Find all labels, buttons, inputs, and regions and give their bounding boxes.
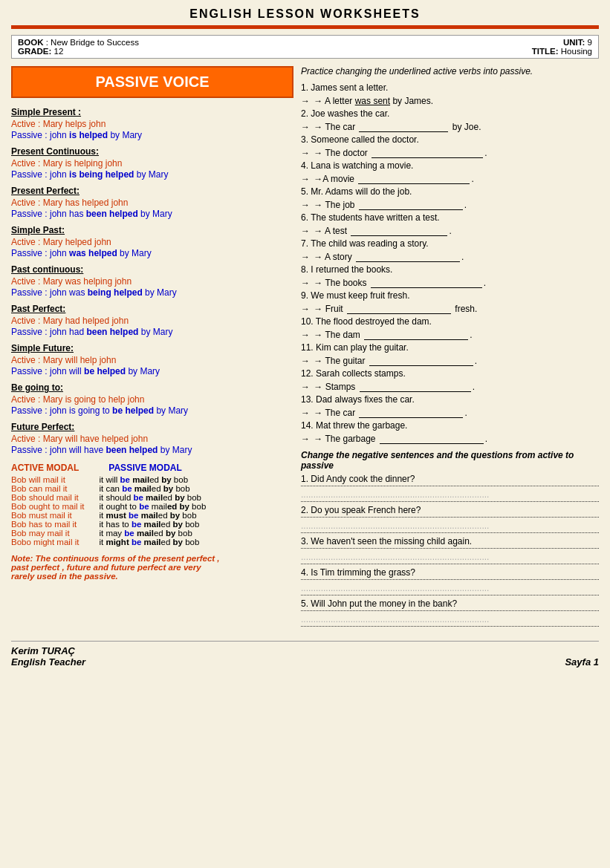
section-past-perfect: Past Perfect: Active : Mary had helped j… [11, 304, 293, 337]
section2-q3: 3. We haven't seen the missing child aga… [301, 536, 599, 549]
active-line-6: Active : Mary will help john [11, 355, 293, 365]
exercise-number-5: 5. [301, 186, 308, 197]
exercise-item-5: 5. Mr. Adams will do the job. [301, 186, 599, 197]
author-name: Kerim TURAÇ [11, 645, 85, 656]
info-bar: BOOK : New Bridge to Success GRADE: 12 U… [11, 35, 599, 59]
note-section: Note: The continuous forms of the presen… [11, 554, 293, 581]
modal-active-row-0: Bob will mail it [11, 475, 84, 484]
section-future-perfect: Future Perfect: Active : Mary will have … [11, 422, 293, 455]
exercise-number-8: 8. [301, 264, 308, 275]
passive-line-2: Passive : john has been helped by Mary [11, 209, 293, 219]
active-line-3: Active : Mary helped john [11, 237, 293, 247]
exercise-item-8: 8. I returned the books. [301, 264, 599, 275]
section-present-continuous: Present Continuous: Active : Mary is hel… [11, 146, 293, 180]
exercise-item-13: 13. Dad always fixes the car. [301, 394, 599, 405]
exercise-item-7: 7. The child was reading a story. [301, 238, 599, 249]
exercise-item-6: 6. The students have written a test. [301, 212, 599, 223]
exercise-number-4: 4. [301, 160, 308, 171]
section2-q5-answer: ........................................… [301, 614, 599, 627]
passive-line-0: Passive : john is helped by Mary [11, 130, 293, 140]
exercise-number-7: 7. [301, 238, 308, 249]
passive-line-5: Passive : john had been helped by Mary [11, 327, 293, 337]
exercise-question-10: The flood destroyed the dam. [316, 316, 432, 327]
passive-voice-box: PASSIVE VOICE [11, 66, 293, 98]
answer-line-3: → → The doctor . [301, 148, 599, 158]
section2-q5: 5. Will John put the money in the bank? [301, 598, 599, 611]
exercise-item-10: 10. The flood destroyed the dam. [301, 316, 599, 327]
answer-line-4: → →A movie . [301, 174, 599, 184]
main-content: PASSIVE VOICE Simple Present : Active : … [11, 66, 599, 630]
answer-line-13: → → The car . [301, 408, 599, 418]
left-info: BOOK : New Bridge to Success GRADE: 12 [18, 38, 139, 56]
exercise-question-6: The students have written a test. [311, 212, 439, 223]
header-divider [11, 25, 599, 29]
exercise-question-3: Someone called the doctor. [311, 134, 418, 145]
answer-line-2: → → The car by Joe. [301, 122, 599, 132]
exercise-question-9: We must keep fruit fresh. [311, 290, 409, 301]
right-info: UNIT: 9 TITLE: Housing [532, 38, 592, 56]
footer: Kerim TURAÇ English Teacher Sayfa 1 [11, 641, 599, 668]
modal-active-row-3: Bob ought to mail it [11, 502, 84, 511]
exercise-item-2: 2. Joe washes the car. [301, 108, 599, 119]
modal-active-row-4: Bob must mail it [11, 511, 84, 520]
book-info: BOOK : New Bridge to Success [18, 38, 139, 47]
page-number: Sayfa 1 [565, 656, 599, 668]
section-title-present-perfect: Present Perfect: [11, 186, 293, 196]
section-simple-past: Simple Past: Active : Mary helped john P… [11, 225, 293, 258]
exercise-item-11: 11. Kim can play the guitar. [301, 342, 599, 353]
modal-passive-row-5: it has to be mailed by bob [99, 520, 206, 529]
title-info: TITLE: Housing [532, 47, 592, 56]
active-line-0: Active : Mary helps john [11, 119, 293, 129]
section-title-past-perfect: Past Perfect: [11, 304, 293, 314]
exercise-number-1: 1. [301, 82, 308, 93]
exercise-number-13: 13. [301, 394, 314, 405]
modal-passive-row-2: it should be mailed by bob [99, 493, 206, 502]
exercise-question-12: Sarah collects stamps. [316, 368, 406, 379]
unit-info: UNIT: 9 [532, 38, 592, 47]
exercise-question-4: Lana is watching a movie. [311, 160, 413, 171]
exercise-number-14: 14. [301, 420, 314, 431]
passive-line-1: Passive : john is being helped by Mary [11, 169, 293, 180]
modal-section: ACTIVE MODAL PASSIVE MODAL Bob will mail… [11, 463, 293, 546]
answer-line-8: → → The books . [301, 278, 599, 288]
active-line-7: Active : Mary is going to help john [11, 394, 293, 405]
section2-q2-answer: ........................................… [301, 521, 599, 533]
modal-passive-row-6: it may be mailed by bob [99, 529, 206, 538]
exercise-question-7: The child was reading a story. [311, 238, 429, 249]
page-title: ENGLISH LESSON WORKSHEETS [11, 7, 599, 21]
exercise-question-8: I returned the books. [311, 264, 392, 275]
answer-line-9: → → Fruit fresh. [301, 304, 599, 314]
active-line-4: Active : Mary was helping john [11, 276, 293, 287]
answer-line-1: → → A letter was sent by James. [301, 96, 599, 106]
page: ENGLISH LESSON WORKSHEETS BOOK : New Bri… [0, 0, 610, 868]
section-be-going-to: Be going to: Active : Mary is going to h… [11, 382, 293, 416]
modal-passive-col: it will be mailed by bob it can be maile… [99, 475, 206, 546]
exercise-question-2: Joe washes the car. [311, 108, 389, 119]
section-simple-future: Simple Future: Active : Mary will help j… [11, 343, 293, 376]
modal-active-row-7: Bobo might mail it [11, 538, 84, 546]
exercise-item-9: 9. We must keep fruit fresh. [301, 290, 599, 301]
author-info: Kerim TURAÇ English Teacher [11, 645, 85, 668]
answer-line-6: → → A test . [301, 226, 599, 236]
section-title-simple-future: Simple Future: [11, 343, 293, 353]
exercise-item-14: 14. Mat threw the garbage. [301, 420, 599, 431]
exercise-number-6: 6. [301, 212, 308, 223]
modal-passive-row-0: it will be mailed by bob [99, 475, 206, 484]
right-instruction: Practice changing the underlined active … [301, 66, 599, 76]
passive-modal-title: PASSIVE MODAL [108, 463, 181, 473]
modal-passive-row-3: it ought to be mailed by bob [99, 502, 206, 511]
section-title-simple-past: Simple Past: [11, 225, 293, 235]
section2-q1-answer: ........................................… [301, 489, 599, 502]
section2-q4: 4. Is Tim trimming the grass? [301, 567, 599, 580]
section-title-be-going-to: Be going to: [11, 382, 293, 393]
section-title-simple-present: Simple Present : [11, 107, 293, 117]
active-modal-title: ACTIVE MODAL [11, 463, 79, 473]
passive-line-6: Passive : john will be helped by Mary [11, 366, 293, 376]
answer-line-11: → → The guitar . [301, 356, 599, 366]
modal-active-row-6: Bob may mail it [11, 529, 84, 538]
section2-q1: 1. Did Andy cook the dinner? [301, 474, 599, 486]
modal-passive-row-1: it can be mailed by bob [99, 484, 206, 493]
exercise-question-1: James sent a letter. [311, 82, 388, 93]
exercise-question-11: Kim can play the guitar. [316, 342, 409, 353]
active-line-8: Active : Mary will have helped john [11, 434, 293, 444]
